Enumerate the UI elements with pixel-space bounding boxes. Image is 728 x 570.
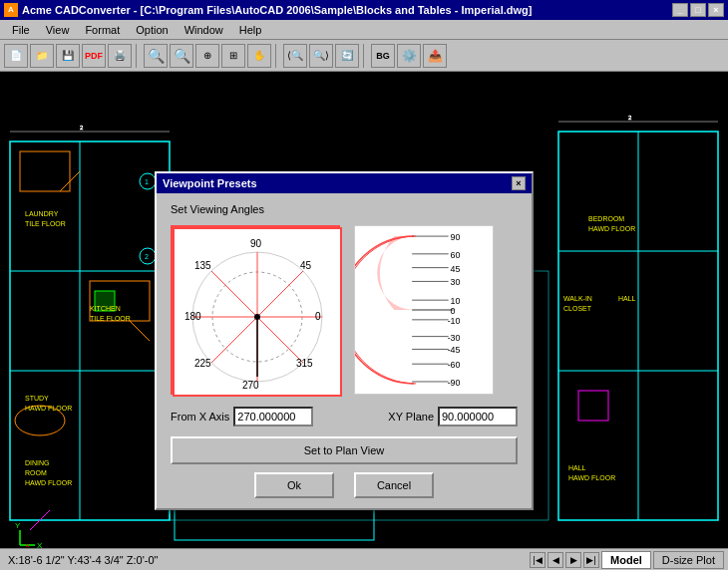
title-bar-left: A Acme CADConverter - [C:\Program Files\… (4, 3, 532, 17)
svg-text:315: 315 (296, 358, 313, 369)
svg-text:HALL: HALL (568, 464, 586, 471)
svg-text:180: 180 (184, 311, 201, 322)
svg-text:HAWD FLOOR: HAWD FLOOR (588, 225, 635, 232)
toolbar-zoom-window[interactable]: ⊞ (221, 44, 245, 68)
xy-plane-input[interactable] (438, 407, 518, 427)
svg-text:-30: -30 (448, 333, 461, 343)
menu-format[interactable]: Format (77, 22, 128, 38)
svg-text:135: 135 (194, 260, 211, 271)
svg-text:30: 30 (451, 277, 461, 287)
toolbar-save[interactable]: 💾 (56, 44, 80, 68)
minimize-button[interactable]: _ (672, 3, 688, 17)
toolbar-export[interactable]: 📤 (423, 44, 447, 68)
elevation-arc[interactable]: 90 60 45 30 10 0 -10 -30 -45 -60 -90 (354, 225, 494, 395)
svg-text:Y: Y (15, 521, 21, 530)
svg-text:10: 10 (451, 296, 461, 306)
svg-text:0: 0 (315, 311, 321, 322)
toolbar-zoom-prev[interactable]: ⟨🔍 (283, 44, 307, 68)
toolbar-print[interactable]: 🖨️ (108, 44, 132, 68)
svg-text:DINING: DINING (25, 459, 50, 466)
svg-text:LAUNDRY: LAUNDRY (25, 210, 59, 217)
svg-text:-10: -10 (448, 316, 461, 326)
svg-text:HAWD FLOOR: HAWD FLOOR (25, 405, 72, 412)
toolbar-new[interactable]: 📄 (4, 44, 28, 68)
toolbar-pan[interactable]: ✋ (247, 44, 271, 68)
svg-text:KITCHEN: KITCHEN (90, 305, 121, 312)
toolbar-sep1 (136, 44, 140, 68)
status-nav: |◀ ◀ ▶ ▶| Model D-size Plot (530, 551, 728, 569)
toolbar-zoom-next[interactable]: 🔍⟩ (309, 44, 333, 68)
menu-file[interactable]: File (4, 22, 38, 38)
svg-text:1: 1 (145, 178, 149, 185)
ok-button[interactable]: Ok (254, 472, 334, 498)
toolbar-sep3 (363, 44, 367, 68)
toolbar-pdf[interactable]: PDF (82, 44, 106, 68)
svg-text:WALK-IN: WALK-IN (563, 295, 592, 302)
title-bar-buttons: _ □ × (672, 3, 724, 17)
toolbar-settings[interactable]: ⚙️ (397, 44, 421, 68)
svg-text:ROOM: ROOM (25, 469, 47, 476)
maximize-button[interactable]: □ (690, 3, 706, 17)
svg-text:2: 2 (145, 253, 149, 260)
from-x-axis-label: From X Axis (171, 411, 229, 423)
svg-text:STUDY: STUDY (25, 395, 49, 402)
inputs-row: From X Axis XY Plane (171, 407, 518, 427)
menu-option[interactable]: Option (128, 22, 176, 38)
toolbar-zoom-in[interactable]: 🔍 (144, 44, 168, 68)
toolbar: 📄 📁 💾 PDF 🖨️ 🔍 🔍 ⊕ ⊞ ✋ ⟨🔍 🔍⟩ 🔄 BG ⚙️ 📤 (0, 40, 728, 72)
set-plan-view-button[interactable]: Set to Plan View (171, 436, 518, 464)
toolbar-zoom-fit[interactable]: ⊕ (195, 44, 219, 68)
toolbar-zoom-realtime[interactable]: 🔄 (335, 44, 359, 68)
main-area: LAUNDRY TILE FLOOR KITCHEN TILE FLOOR ST… (0, 72, 728, 560)
dialog-buttons: Ok Cancel (171, 472, 518, 498)
svg-text:TILE FLOOR: TILE FLOOR (90, 315, 131, 322)
svg-text:HALL: HALL (618, 295, 636, 302)
dialog-subtitle: Set Viewing Angles (171, 203, 518, 215)
svg-text:TILE FLOOR: TILE FLOOR (25, 220, 66, 227)
svg-text:-90: -90 (448, 378, 461, 388)
svg-text:-45: -45 (448, 345, 461, 355)
cancel-button[interactable]: Cancel (354, 472, 434, 498)
svg-text:-60: -60 (448, 360, 461, 370)
close-button[interactable]: × (708, 3, 724, 17)
svg-text:45: 45 (451, 264, 461, 274)
app-icon: A (4, 3, 18, 17)
toolbar-bg[interactable]: BG (371, 44, 395, 68)
dialog-close-button[interactable]: × (512, 176, 526, 190)
compass-svg: 90 45 0 315 270 225 180 135 (173, 227, 342, 397)
svg-text:BEDROOM: BEDROOM (588, 215, 624, 222)
menu-help[interactable]: Help (231, 22, 270, 38)
arc-svg: 90 60 45 30 10 0 -10 -30 -45 -60 -90 (355, 225, 493, 395)
svg-text:0: 0 (451, 306, 456, 316)
toolbar-zoom-out[interactable]: 🔍 (170, 44, 193, 68)
svg-text:HAWD FLOOR: HAWD FLOOR (568, 474, 615, 481)
model-tab[interactable]: Model (601, 551, 651, 569)
dialog-title-text: Viewpoint Presets (163, 177, 257, 189)
status-coordinates: X:18'-6 1/2" Y:43'-4 3/4" Z:0'-0" (0, 554, 530, 566)
svg-text:HAWD FLOOR: HAWD FLOOR (25, 479, 72, 486)
svg-text:270: 270 (242, 380, 259, 391)
menu-view[interactable]: View (38, 22, 78, 38)
window-title: Acme CADConverter - [C:\Program Files\Au… (22, 4, 532, 16)
svg-text:90: 90 (250, 238, 262, 249)
xy-plane-group: XY Plane (388, 407, 518, 427)
dsize-plot-tab[interactable]: D-size Plot (653, 551, 724, 569)
from-x-axis-input[interactable] (233, 407, 313, 427)
menu-bar: File View Format Option Window Help (0, 20, 728, 40)
toolbar-open[interactable]: 📁 (30, 44, 54, 68)
nav-prev-button[interactable]: ◀ (547, 552, 563, 568)
nav-first-button[interactable]: |◀ (530, 552, 546, 568)
from-x-axis-group: From X Axis (171, 407, 313, 427)
menu-window[interactable]: Window (177, 22, 231, 38)
svg-text:45: 45 (300, 260, 312, 271)
nav-last-button[interactable]: ▶| (583, 552, 599, 568)
svg-text:CLOSET: CLOSET (563, 305, 592, 312)
dialog-body: Set Viewing Angles (157, 193, 532, 508)
compass-dial[interactable]: 90 45 0 315 270 225 180 135 (171, 225, 340, 395)
svg-point-65 (254, 314, 260, 320)
svg-text:60: 60 (451, 250, 461, 260)
nav-next-button[interactable]: ▶ (565, 552, 581, 568)
viewpoint-dialog: Viewpoint Presets × Set Viewing Angles (155, 171, 534, 510)
dialog-title-bar: Viewpoint Presets × (157, 173, 532, 193)
status-bar: X:18'-6 1/2" Y:43'-4 3/4" Z:0'-0" |◀ ◀ ▶… (0, 548, 728, 570)
